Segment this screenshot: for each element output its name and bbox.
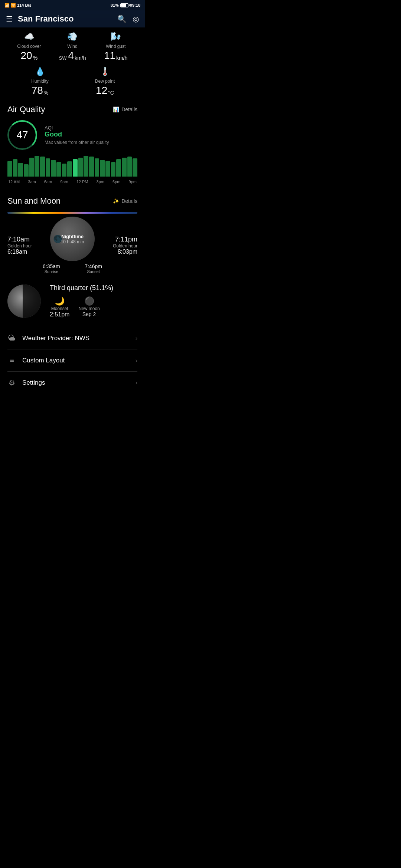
bar-chart-icon: 📊 xyxy=(113,106,119,112)
chart-bars-container xyxy=(7,156,137,178)
settings-label: Settings xyxy=(22,379,45,387)
wifi-icon: 🛜 xyxy=(11,3,16,8)
moon-phase-title: Third quarter (51.1%) xyxy=(50,284,113,292)
sunrise-label: Sunrise xyxy=(43,269,60,274)
chart-bar-4 xyxy=(29,158,34,177)
night-time-label: Nighttime xyxy=(61,234,84,239)
chart-label-2: 6am xyxy=(44,180,52,184)
battery-icon xyxy=(120,3,128,7)
morning-golden-time2: 6:18am xyxy=(7,249,32,255)
aqi-number: 47 xyxy=(16,129,28,141)
chart-bar-17 xyxy=(100,160,105,177)
signal-icon: 📶 xyxy=(4,3,10,8)
cloud-icon: ☁️ xyxy=(24,32,34,42)
moonset-label: Moonset xyxy=(50,306,69,311)
morning-golden-time: 7:10am xyxy=(7,236,32,243)
chart-bar-2 xyxy=(18,163,23,177)
chart-label-1: 3am xyxy=(28,180,36,184)
moon-phase-icon: 🌑 xyxy=(53,234,62,243)
aqi-info: AQI Good Max values from other air quali… xyxy=(45,125,109,145)
aqi-chart: 12 AM3am6am9am12 PM3pm6pm9pm xyxy=(7,156,137,184)
sun-times-row: 6:35am Sunrise 7:46pm Sunset xyxy=(43,263,102,274)
menu-icon[interactable]: ☰ xyxy=(6,14,13,23)
chart-bar-6 xyxy=(40,157,45,177)
settings-left: ⚙ Settings xyxy=(7,378,45,387)
top-navigation: ☰ San Francisco 🔍 ◎ xyxy=(0,10,145,27)
dew-point-label: Dew point xyxy=(95,79,115,84)
wind-value-row: SW 4 km/h xyxy=(59,50,86,61)
speed-indicator: 114 B/s xyxy=(17,3,32,7)
chart-bar-13 xyxy=(78,158,83,177)
chart-bar-9 xyxy=(56,162,61,177)
settings-item[interactable]: ⚙ Settings › xyxy=(0,372,145,394)
city-title: San Francisco xyxy=(18,14,74,24)
custom-layout-icon: ≡ xyxy=(7,356,16,365)
sun-moon-details-button[interactable]: ✨ Details xyxy=(113,198,137,204)
sun-circle: 🌑 Nighttime 10 h 48 min xyxy=(50,217,95,261)
wind-direction: SW xyxy=(59,55,67,61)
wind-unit: km/h xyxy=(75,55,86,61)
humidity-label: Humidity xyxy=(31,79,49,84)
chart-bar-21 xyxy=(122,158,127,177)
wind-gust-stat: 🌬️ Wind gust 11 km/h xyxy=(94,32,137,61)
chart-bar-5 xyxy=(35,156,39,177)
moonset-time: 2:51pm xyxy=(50,311,69,318)
new-moon-date: Sep 2 xyxy=(78,311,100,317)
cloud-value-row: 20 % xyxy=(21,50,38,61)
weather-stats-grid-2: 💧 Humidity 78 % 🌡️ Dew point 12 °C xyxy=(7,67,137,96)
humidity-stat: 💧 Humidity 78 % xyxy=(7,67,72,96)
moonset-icon: 🌙 xyxy=(50,296,69,306)
weather-stats-grid-3: ☁️ Cloud cover 20 % 💨 Wind SW 4 km/h 🌬️ … xyxy=(7,32,137,61)
chart-bar-16 xyxy=(95,158,100,177)
sunset-time: 7:46pm xyxy=(85,263,102,269)
sunrise-time: 6:35am xyxy=(43,263,60,269)
humidity-value: 78 xyxy=(32,85,43,96)
moon-info: Third quarter (51.1%) 🌙 Moonset 2:51pm ⚫… xyxy=(50,284,113,318)
clock: 09:18 xyxy=(130,3,140,7)
chart-label-7: 9pm xyxy=(129,180,137,184)
aqi-description: Max values from other air quality xyxy=(45,140,109,145)
chart-label-5: 3pm xyxy=(97,180,104,184)
air-quality-details-button[interactable]: 📊 Details xyxy=(113,106,137,112)
chart-bar-10 xyxy=(62,164,67,177)
aqi-label: AQI xyxy=(45,125,109,131)
chart-label-6: 6pm xyxy=(113,180,120,184)
weather-provider-item[interactable]: 🌥 Weather Provider: NWS › xyxy=(0,327,145,349)
dew-point-value-row: 12 °C xyxy=(96,85,114,96)
air-quality-header: Air Quality 📊 Details xyxy=(7,105,137,114)
dew-point-stat: 🌡️ Dew point 12 °C xyxy=(72,67,137,96)
day-arc-bar xyxy=(7,212,137,214)
moon-image xyxy=(7,285,41,318)
location-icon[interactable]: ◎ xyxy=(133,14,139,23)
cloud-unit: % xyxy=(33,55,38,61)
custom-layout-item[interactable]: ≡ Custom Layout › xyxy=(0,349,145,371)
humidity-unit: % xyxy=(44,90,48,96)
sun-arc-container: 🌑 Nighttime 10 h 48 min 6:35am Sunrise 7… xyxy=(32,217,113,274)
chart-bar-19 xyxy=(111,162,116,177)
menu-section: 🌥 Weather Provider: NWS › ≡ Custom Layou… xyxy=(0,327,145,394)
humidity-icon: 💧 xyxy=(35,67,45,76)
chart-label-0: 12 AM xyxy=(8,180,20,184)
wind-gust-unit: km/h xyxy=(116,55,127,61)
custom-layout-label: Custom Layout xyxy=(22,357,65,364)
search-icon[interactable]: 🔍 xyxy=(117,14,127,23)
chart-bar-3 xyxy=(24,164,29,177)
air-quality-title: Air Quality xyxy=(7,105,45,114)
chart-bar-8 xyxy=(51,160,56,177)
weather-stats-section: ☁️ Cloud cover 20 % 💨 Wind SW 4 km/h 🌬️ … xyxy=(0,27,145,99)
battery-percent: 81% xyxy=(111,3,119,7)
wind-stat: 💨 Wind SW 4 km/h xyxy=(51,32,94,61)
chart-bar-11 xyxy=(67,161,72,177)
sunset-item: 7:46pm Sunset xyxy=(85,263,102,274)
new-moon-label: New moon xyxy=(78,306,100,311)
status-right: 81% 09:18 xyxy=(111,3,140,7)
moon-times-row: 🌙 Moonset 2:51pm ⚫ New moon Sep 2 xyxy=(50,296,113,318)
weather-provider-left: 🌥 Weather Provider: NWS xyxy=(7,334,89,342)
wind-gust-value: 11 xyxy=(104,50,115,61)
sun-moon-section: Sun and Moon ✨ Details 7:10am Golden hou… xyxy=(0,190,145,327)
chart-labels: 12 AM3am6am9am12 PM3pm6pm9pm xyxy=(7,180,137,184)
custom-layout-arrow: › xyxy=(136,357,137,364)
chart-label-4: 12 PM xyxy=(76,180,88,184)
evening-golden-label: Golden hour xyxy=(113,243,137,249)
cloud-value: 20 xyxy=(21,50,32,61)
